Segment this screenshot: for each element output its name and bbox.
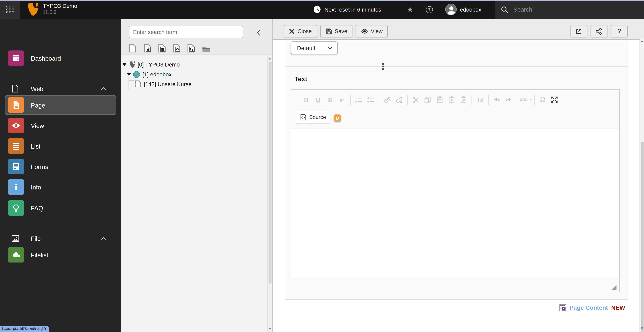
grid-icon	[6, 5, 14, 13]
typo3-logo-icon[interactable]	[26, 3, 38, 16]
bookmark-star-icon[interactable]: ★	[406, 0, 414, 19]
sidebar-item-page[interactable]: Page	[0, 95, 121, 115]
collapse-tree-icon[interactable]	[254, 29, 262, 36]
typo3-backend: TYPO3 Demo 11.5.9 Next reset in 6 minute…	[0, 0, 644, 332]
panel-splitter[interactable]	[272, 19, 273, 332]
eye-icon	[361, 28, 368, 34]
page-content-icon	[559, 304, 566, 311]
topbar-search[interactable]	[495, 0, 644, 19]
resize-handle[interactable]	[612, 285, 616, 290]
source-button-label: Source	[309, 114, 326, 120]
source-button[interactable]: Source	[296, 111, 330, 124]
view-button-label: View	[371, 28, 383, 34]
share-icon	[596, 28, 602, 35]
play-icon	[562, 307, 566, 311]
filelist-module-icon	[8, 247, 24, 263]
page-content-drag-icon[interactable]	[144, 42, 158, 52]
chevron-up-icon[interactable]	[101, 237, 106, 240]
scroll-up-arrow-icon[interactable]	[641, 40, 643, 42]
sidebar-item-info[interactable]: i Info	[0, 177, 121, 197]
username-label[interactable]: edoobox	[460, 0, 481, 19]
superscript-button[interactable]: x²	[336, 94, 348, 106]
page-content-new-link[interactable]: Page Content NEW	[559, 304, 625, 311]
maximize-button[interactable]	[548, 94, 560, 106]
shortcut-page-drag-icon[interactable]	[187, 42, 202, 52]
tree-node-label[interactable]: [142] Unsere Kurse	[144, 81, 192, 87]
scroll-down-arrow-icon[interactable]	[641, 328, 643, 330]
paste-from-word-button[interactable]: W	[457, 94, 469, 106]
svg-text:2: 2	[355, 101, 357, 103]
tree-node-label[interactable]: [0] TYPO3 Demo	[138, 61, 180, 68]
close-button[interactable]: Close	[284, 25, 317, 37]
spellcheck-button[interactable]: ABC	[519, 94, 532, 106]
tree-node-site[interactable]: [1] edoobox	[127, 70, 172, 79]
redo-button[interactable]	[502, 94, 514, 106]
view-button[interactable]: View	[356, 25, 388, 37]
tree-scrollbar-thumb[interactable]	[269, 62, 272, 283]
modulemenu-toggle-button[interactable]	[0, 0, 20, 19]
copy-button[interactable]	[422, 94, 434, 106]
rich-text-editor: B U S x² 12	[291, 90, 620, 292]
bold-button[interactable]: B	[300, 94, 312, 106]
page-tree-panel: [0] TYPO3 Demo [1] edoobox	[121, 19, 272, 332]
drag-badge[interactable]: D	[334, 115, 340, 121]
save-button[interactable]: Save	[320, 25, 352, 37]
sidebar-item-view[interactable]: View	[0, 116, 121, 136]
forms-module-icon	[8, 159, 24, 174]
toolbar-separator	[350, 95, 351, 105]
view-module-icon	[8, 118, 24, 133]
remove-format-button[interactable]: Tx	[474, 94, 486, 106]
caret-down-icon[interactable]	[127, 73, 131, 76]
chevron-down-icon	[327, 46, 332, 50]
share-button[interactable]	[590, 25, 607, 37]
sidebar-item-faq[interactable]: FAQ	[0, 198, 121, 218]
layout-select[interactable]: Default	[291, 41, 338, 54]
folder-icon[interactable]	[202, 42, 216, 52]
tree-node-label[interactable]: [1] edoobox	[142, 71, 172, 77]
avatar[interactable]	[445, 4, 457, 15]
help-question-label: ?	[617, 27, 621, 35]
sidebar-item-list[interactable]: List	[0, 136, 121, 156]
scroll-down-arrow-icon[interactable]	[269, 328, 271, 330]
strikethrough-button[interactable]: S	[324, 94, 336, 106]
link-button[interactable]	[381, 94, 393, 106]
recycler-drag-icon[interactable]	[158, 42, 173, 52]
toolbar-separator	[378, 95, 379, 105]
unlink-button[interactable]	[393, 94, 405, 106]
cut-button[interactable]	[410, 94, 422, 106]
rte-edit-area[interactable]	[291, 128, 619, 278]
sidebar-item-filelist[interactable]: Filelist	[0, 245, 121, 265]
new-page-icon[interactable]	[129, 42, 144, 52]
main-scrollbar[interactable]	[640, 38, 644, 332]
sidebar-item-forms[interactable]: Forms	[0, 157, 121, 176]
tree-node-page-hidden[interactable]: [142] Unsere Kurse	[135, 79, 192, 89]
open-in-new-window-button[interactable]	[570, 25, 587, 37]
caret-down-icon[interactable]	[122, 63, 126, 66]
special-character-button[interactable]: Ω	[537, 94, 548, 106]
tree-node-root[interactable]: [0] TYPO3 Demo	[122, 60, 180, 69]
tree-scrollbar[interactable]	[267, 55, 272, 332]
sidebar-item-label: View	[31, 122, 44, 129]
field-section-title: Text	[294, 75, 307, 83]
help-icon[interactable]: ?	[426, 6, 433, 13]
list-module-icon	[8, 138, 24, 154]
page-content-link-label[interactable]: Page Content	[570, 304, 608, 311]
close-button-label: Close	[298, 28, 312, 34]
paste-as-text-button[interactable]: T	[446, 94, 457, 106]
external-link-icon	[576, 28, 582, 34]
search-input[interactable]	[513, 6, 628, 13]
tree-search-input[interactable]	[129, 26, 243, 38]
underline-button[interactable]: U	[312, 94, 324, 106]
paste-button[interactable]	[434, 94, 446, 106]
tree-more-menu-icon[interactable]	[380, 61, 386, 71]
hidden-page-drag-icon[interactable]	[173, 42, 187, 52]
context-help-button[interactable]: ?	[611, 25, 628, 37]
undo-button[interactable]	[491, 94, 502, 106]
spellcheck-label: ABC	[519, 98, 528, 102]
chevron-up-icon[interactable]	[101, 87, 106, 90]
unordered-list-button[interactable]	[364, 94, 376, 106]
scroll-up-arrow-icon[interactable]	[269, 57, 271, 59]
sidebar-item-dashboard[interactable]: Dashboard	[0, 48, 121, 68]
ordered-list-button[interactable]: 12	[353, 94, 364, 106]
main-scrollbar-thumb[interactable]	[641, 142, 644, 332]
